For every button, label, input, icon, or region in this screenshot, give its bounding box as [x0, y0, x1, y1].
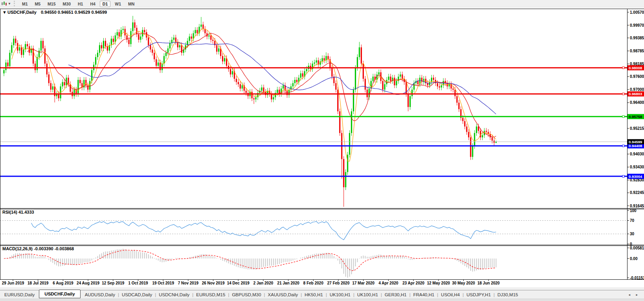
- price-tick-label: 0.91645: [630, 204, 644, 208]
- candle-body: [351, 111, 352, 133]
- timeframe-button-h1[interactable]: H1: [75, 1, 86, 7]
- candle-body: [433, 78, 434, 80]
- price-tick-label: 0.96400: [630, 100, 644, 105]
- chart-tab-usdcnh-daily[interactable]: USDCNH,Daily: [154, 292, 194, 298]
- price-tick-label: 0.93430: [630, 165, 644, 169]
- date-label: 4 Apr 2020: [378, 281, 398, 285]
- price-tick-label: 0.99970: [630, 23, 644, 28]
- candle-body: [294, 80, 295, 83]
- window-resize-strip: [0, 299, 644, 301]
- level-handle[interactable]: [622, 116, 624, 118]
- chart-tab-hk50-h1[interactable]: HK50,H1: [300, 292, 327, 298]
- candle-body: [21, 47, 22, 55]
- candle-body: [396, 81, 397, 85]
- candle-body: [337, 90, 338, 111]
- candle-body: [242, 85, 243, 89]
- chart-background[interactable]: [0, 9, 644, 279]
- chart-tab-usdjpy-h1[interactable]: USDJPY,H1: [462, 292, 495, 298]
- toolbar-dropdown-caret-icon[interactable]: ▼: [8, 2, 11, 6]
- chart-tab-usoil-h4[interactable]: USOil,H4: [437, 292, 464, 298]
- chart-tab-audusd-daily[interactable]: AUDUSD,Daily: [81, 292, 119, 298]
- level-handle[interactable]: [622, 175, 624, 177]
- candle-body: [171, 40, 172, 43]
- timeframe-buttons: M1M5M15M30H1H4D1W1MN: [18, 0, 138, 7]
- chart-symbol-dropdown-icon[interactable]: ▼: [2, 10, 7, 15]
- candle-body: [427, 83, 428, 85]
- chart-tab-fra40-h1[interactable]: FRA40,H1: [409, 292, 439, 298]
- chart-tab-xauusd-daily[interactable]: XAUUSD,Daily: [264, 292, 303, 298]
- candle-body: [40, 41, 42, 51]
- candle-body: [232, 71, 233, 74]
- candle-body: [9, 53, 10, 66]
- level-handle[interactable]: [622, 93, 624, 95]
- candle-body: [156, 59, 157, 66]
- chart-tools-icon[interactable]: [1, 1, 7, 6]
- chart-tab-usdchf-daily[interactable]: USDCHF,Daily: [39, 290, 80, 298]
- candle-body: [486, 131, 487, 132]
- candle-body: [42, 41, 44, 48]
- candle-body: [113, 39, 114, 42]
- level-handle[interactable]: [622, 145, 624, 147]
- candle-body: [117, 32, 118, 35]
- date-label: 12 Sep 2019: [102, 281, 125, 285]
- timeframe-button-m15[interactable]: M15: [45, 1, 58, 7]
- candle-body: [246, 91, 247, 93]
- timeframe-button-m5[interactable]: M5: [32, 1, 44, 7]
- timeframe-button-d1[interactable]: D1: [100, 1, 110, 7]
- candle-body: [492, 137, 493, 140]
- timeframe-button-m1[interactable]: M1: [19, 1, 31, 7]
- candle-body: [194, 30, 196, 33]
- candle-body: [441, 85, 442, 88]
- price-tick-label: 0.97600: [630, 74, 644, 79]
- macd-tick-label: -0.011514: [630, 276, 644, 280]
- chart-tab-bar: EURUSD,DailyUSDCHF,DailyAUDUSD,Daily|USD…: [0, 290, 644, 299]
- chart-tab-dj30-m15[interactable]: DJ30,M15: [493, 292, 522, 298]
- timeframe-button-h4[interactable]: H4: [87, 1, 98, 7]
- price-tick-label: 0.95215: [630, 126, 644, 131]
- candle-body: [470, 137, 471, 157]
- chart-tab-uk100-h1[interactable]: UK100,H1: [325, 292, 355, 298]
- candle-body: [322, 58, 323, 61]
- window-gap-strip: [0, 287, 644, 290]
- chart-tab-eurusd-daily[interactable]: EURUSD,Daily: [0, 292, 39, 298]
- candle-body: [238, 82, 239, 85]
- candle-body: [363, 64, 364, 79]
- candle-body: [255, 97, 257, 100]
- tab-scroll-arrows[interactable]: ◂ ▸: [628, 293, 640, 297]
- candle-body: [128, 40, 129, 44]
- price-tick-label: 0.97000: [630, 87, 644, 92]
- chart-tab-ger30-h1[interactable]: GER30,H1: [380, 292, 411, 298]
- chart-area[interactable]: 1.005700.999700.993850.987850.981850.976…: [0, 7, 644, 287]
- chart-tab-usdcad-daily[interactable]: USDCAD,Daily: [117, 292, 156, 298]
- chart-tab-eurusd-m15[interactable]: EURUSD,M15: [192, 292, 229, 298]
- date-label: 7 Nov 2019: [178, 281, 199, 285]
- candle-body: [236, 79, 237, 82]
- candle-body: [158, 63, 159, 66]
- candle-body: [138, 34, 139, 40]
- candle-body: [302, 73, 303, 76]
- timeframe-button-mn[interactable]: MN: [125, 1, 137, 7]
- candle-body: [15, 39, 16, 43]
- candle-body: [125, 29, 126, 35]
- mini-candle-icon: [1, 1, 7, 6]
- candle-body: [306, 69, 307, 71]
- candle-body: [343, 159, 344, 187]
- candle-body: [476, 127, 477, 133]
- candle-body: [300, 73, 301, 78]
- chart-tab-uk100-h1[interactable]: UK100,H1: [353, 292, 382, 298]
- chart-title-ohlc: 0.94550 0.94651 0.94529 0.94599: [41, 10, 107, 15]
- level-handle[interactable]: [622, 67, 624, 69]
- candle-body: [277, 90, 278, 93]
- candle-body: [458, 103, 459, 109]
- chart-tab-gbpusd-m30[interactable]: GBPUSD,M30: [228, 292, 265, 298]
- date-label: 21 Jan 2020: [277, 281, 300, 285]
- candle-body: [50, 83, 51, 90]
- timeframe-button-m30[interactable]: M30: [60, 1, 73, 7]
- candle-body: [52, 87, 53, 90]
- candle-body: [263, 87, 264, 92]
- candle-body: [160, 63, 161, 70]
- candle-body: [91, 70, 92, 81]
- timeframe-button-w1[interactable]: W1: [112, 1, 124, 7]
- candle-body: [101, 45, 102, 48]
- candle-body: [292, 83, 294, 86]
